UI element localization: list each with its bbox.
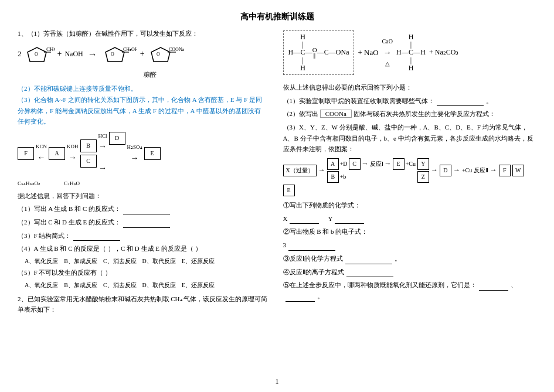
q4-2: （2）写出 C 和 D 生成 E 的反应式：	[18, 217, 271, 228]
rq2-blank: 3	[283, 240, 537, 251]
options-5: A、氧化反应 B、加成反应 C、消去反应 D、取代反应 E、还原反应	[25, 281, 271, 290]
page-number: 1	[276, 377, 279, 386]
box-F: F	[18, 147, 34, 160]
product-struct: H — H | C | H — H	[396, 33, 426, 72]
r-arrow-4: →	[431, 165, 438, 176]
svg-marker-8	[151, 47, 170, 62]
kcn-label: KCN ←	[36, 142, 47, 164]
r-box-w: W	[512, 165, 524, 176]
q3-text: （3）化合物 A~F 之间的转化关系如下图所示，其中，化合物 A 含有醛基，E …	[18, 94, 271, 127]
options-4: A、氧化反应 B、加成反应 C、消去反应 D、取代反应 E、还原反应	[25, 257, 271, 266]
r-arrow-6: →	[490, 165, 497, 176]
struct-inner: H — H | C | H — O	[288, 33, 349, 72]
blank-r5b	[286, 301, 315, 302]
reaction1-label: 反应Ⅰ	[370, 159, 383, 169]
h-left: H	[288, 47, 294, 58]
r-box-e2: E	[283, 185, 295, 196]
formulas-row: C₁₄H₁₂O₂ C₇H₆O	[18, 179, 271, 188]
koh-label: KOH →	[67, 142, 79, 164]
blank-2	[123, 227, 170, 228]
left-column: 1、（1）芳香族（如糠醛）在碱性作用下，可以发生如下反应： 2 O CHO + …	[18, 28, 271, 380]
box-A: A	[49, 147, 65, 160]
svg-text:COONa: COONa	[169, 47, 185, 52]
r-box-e: E	[393, 158, 405, 170]
cu-reaction-label: +Cu 反应Ⅱ	[462, 166, 488, 175]
ab-group: A +D C → 反应Ⅰ → E +Cu B +b	[327, 158, 416, 183]
q2-text: （2）不能和碳碳键上连接等质量不饱和。	[18, 83, 271, 94]
a-formula: C₇H₆O	[64, 179, 80, 188]
intro-text: 依从上述信息得出必要的启示回答下列小题：	[283, 82, 537, 93]
r-box-y: Y	[417, 158, 429, 170]
q4-5: （5）F 不可以发生的反应有（ ）	[18, 267, 271, 278]
r-box-x: X（过量）	[283, 165, 317, 176]
blank-1	[123, 214, 170, 214]
q4-1: （1）写出 A 生成 B 和 C 的反应式：	[18, 203, 271, 214]
h2so4-arrow: H₂SO₄ →	[127, 143, 142, 165]
struct-formula-area: H — H | C | H — O	[283, 28, 537, 77]
h-p2: H	[420, 47, 426, 58]
heat-arrow: →	[383, 46, 392, 59]
right-flow-diagram: X（过量） → A +D C → 反应Ⅰ → E +Cu	[283, 158, 537, 196]
blank-r5a	[479, 290, 508, 291]
h-p1: H	[396, 47, 402, 58]
rq2: ②写出物质 B 和 b 的电子式：	[283, 226, 537, 237]
coeff-2: 2	[18, 48, 22, 60]
box-B: B	[80, 139, 97, 152]
plus-sign-2: +	[140, 47, 145, 60]
rq1-blanks: X Y	[283, 213, 537, 224]
q4-3: （3）F 结构简式：	[18, 230, 271, 241]
box-E: E	[144, 147, 161, 160]
arrow-1: →	[88, 47, 97, 62]
dash3: —	[317, 47, 324, 58]
right-column: H — H | C | H — O	[283, 28, 537, 380]
dash1: —	[293, 47, 300, 58]
coona-box: COONa	[320, 110, 352, 118]
label-plus-d: +D	[340, 159, 348, 169]
struct-reaction: H — H | C | H — O	[283, 28, 537, 77]
dash-p2: —	[413, 47, 420, 58]
rq1: ①写出下列物质的化学式：	[283, 200, 537, 211]
r-box-f: F	[499, 165, 511, 176]
delta-sign: △	[385, 59, 390, 69]
dash2: —	[305, 47, 312, 58]
r-arrow-3: →	[385, 158, 392, 169]
page-title: 高中有机推断训练题	[240, 12, 314, 22]
cao-arrow: CaO → △	[382, 37, 393, 69]
dash-p1: —	[402, 47, 409, 58]
q2-label: 2、已知实验室常用无水醋酸钠粉末和碱石灰共热制取 CH₄ 气体，该反应发生的原理…	[18, 294, 271, 315]
box-C: C	[80, 155, 97, 168]
svg-text:O: O	[35, 52, 38, 57]
a-row: A +D C → 反应Ⅰ → E +Cu	[327, 158, 416, 170]
c1-group: H | C | H	[300, 33, 305, 72]
r-box-z: Z	[417, 171, 429, 183]
product2-svg: O COONa	[148, 43, 186, 66]
r-arrow-2: →	[362, 158, 369, 169]
hcl-arrow: HCl → →	[98, 132, 107, 175]
r-box-b: B	[327, 171, 339, 183]
plus-na2co3: + Na₂CO₃	[429, 47, 458, 58]
q4-4: （4）A 生成 B 和 C 的反应是（ ），C 和 D 生成 E 的反应是（ ）	[18, 243, 271, 254]
product1-svg: O CH₂OH	[102, 43, 137, 66]
rq4: ④反应Ⅱ的离子方程式	[283, 267, 537, 278]
blank-3	[73, 240, 120, 241]
svg-marker-4	[106, 47, 124, 62]
blank-elec	[288, 250, 335, 251]
content-area: 1、（1）芳香族（如糠醛）在碱性作用下，可以发生如下反应： 2 O CHO + …	[18, 28, 536, 380]
yz-group: Y Z	[417, 158, 429, 183]
plus-cu-1: +Cu	[406, 159, 416, 169]
sub-q1: （1）实验室制取甲烷的装置征收制取需要哪些气体：。	[283, 96, 537, 107]
r-box-c: C	[349, 158, 361, 170]
flow-top: X（过量） → A +D C → 反应Ⅰ → E +Cu	[283, 158, 537, 196]
svg-text:O: O	[157, 52, 160, 57]
q-note: 据此述信息，回答下列问题：	[18, 190, 271, 202]
r-arrow-5: →	[453, 165, 460, 176]
plus-naoh: + NaO	[358, 47, 378, 59]
reaction-row-1: 2 O CHO + NaOH → O	[18, 43, 271, 66]
blank-r3	[345, 264, 392, 264]
box-D: D	[109, 132, 125, 145]
b-row: B +b	[327, 171, 416, 183]
rq5: ⑤在上述全步反应中，哪两种物质既能氧化剂又能还原剂，它们是：、。	[283, 279, 537, 301]
blank-y	[335, 223, 364, 224]
svg-text:CHO: CHO	[46, 46, 55, 52]
r-box-d: D	[440, 165, 451, 176]
